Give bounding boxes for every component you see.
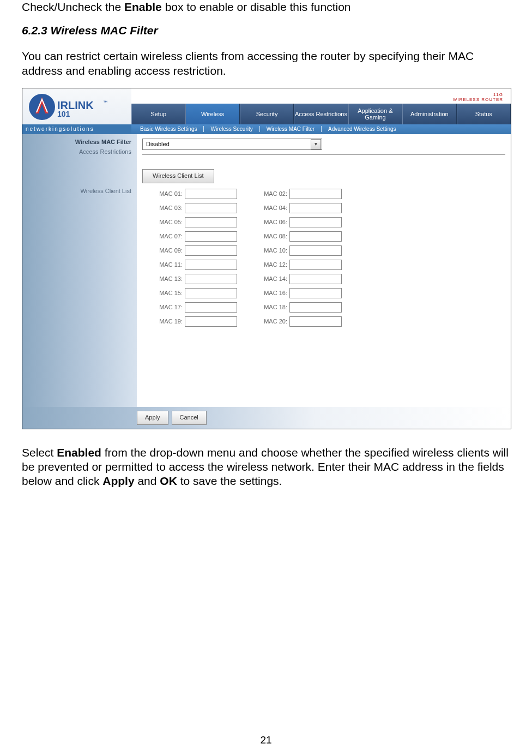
mac-grid: MAC 01:MAC 02: MAC 03:MAC 04: MAC 05:MAC…	[154, 189, 505, 327]
router-body: Wireless MAC Filter Access Restrictions …	[22, 134, 511, 407]
paragraph-1: You can restrict certain wireless client…	[22, 49, 510, 78]
mac-label: MAC 06:	[259, 219, 289, 225]
mac-input-19[interactable]	[185, 316, 237, 327]
mac-input-04[interactable]	[289, 203, 342, 213]
svg-text:101: 101	[57, 110, 70, 118]
mac-input-05[interactable]	[185, 217, 237, 227]
mac-label: MAC 18:	[259, 304, 289, 310]
mac-label: MAC 10:	[259, 247, 289, 254]
dropdown-value: Disabled	[146, 141, 170, 147]
tab-wireless[interactable]: Wireless	[185, 104, 239, 124]
subtab-wireless-mac-filter[interactable]: Wireless MAC Filter	[260, 126, 322, 132]
mac-label: MAC 07:	[154, 233, 185, 239]
mac-label: MAC 08:	[259, 233, 289, 239]
mac-input-09[interactable]	[185, 245, 237, 256]
sub-tabs: Basic Wireless Settings Wireless Securit…	[131, 124, 511, 134]
main-tabs: Setup Wireless Security Access Restricti…	[131, 104, 511, 124]
subtab-basic-wireless[interactable]: Basic Wireless Settings	[134, 126, 204, 132]
mac-label: MAC 17:	[154, 304, 185, 310]
mac-label: MAC 20:	[259, 318, 289, 325]
mac-input-11[interactable]	[185, 260, 237, 270]
wireless-client-list-button[interactable]: Wireless Client List	[142, 169, 214, 183]
mac-label: MAC 02:	[259, 190, 289, 197]
mac-input-12[interactable]	[289, 260, 342, 270]
mac-label: MAC 15:	[154, 290, 185, 296]
subtab-advanced-wireless[interactable]: Advanced Wireless Settings	[322, 126, 403, 132]
badge-bottom: WIRELESS ROUTER	[453, 98, 503, 103]
mac-label: MAC 12:	[259, 261, 289, 268]
router-header: IRLINK ™ 101 networkingsolutions 11G WIR…	[22, 88, 511, 134]
section-heading: 6.2.3 Wireless MAC Filter	[22, 24, 510, 37]
mac-label: MAC 01:	[154, 190, 185, 197]
brand-subtitle: networkingsolutions	[22, 124, 131, 134]
mac-input-16[interactable]	[289, 288, 342, 298]
intro-bold: Enable	[124, 1, 162, 13]
intro-suffix: box to enable or disable this function	[162, 1, 351, 13]
mac-label: MAC 16:	[259, 290, 289, 296]
mac-input-01[interactable]	[185, 189, 237, 199]
p2-b1: Enabled	[57, 446, 101, 459]
router-footer: Apply Cancel	[22, 407, 511, 429]
svg-text:™: ™	[103, 100, 107, 105]
brand-badge: 11G WIRELESS ROUTER	[453, 93, 503, 103]
subtab-wireless-security[interactable]: Wireless Security	[204, 126, 259, 132]
sidebar-label-wireless-client-list: Wireless Client List	[22, 188, 131, 194]
p2-suf: to save the settings.	[177, 475, 282, 487]
mac-input-02[interactable]	[289, 189, 342, 199]
divider	[142, 154, 505, 155]
mac-label: MAC 09:	[154, 247, 185, 254]
mac-input-13[interactable]	[185, 274, 237, 284]
mac-label: MAC 19:	[154, 318, 185, 325]
p2-pre: Select	[22, 446, 57, 459]
mac-input-18[interactable]	[289, 302, 342, 313]
tab-security[interactable]: Security	[240, 104, 294, 124]
tab-administration[interactable]: Administration	[402, 104, 456, 124]
sidebar-title: Wireless MAC Filter	[22, 139, 131, 145]
header-right: 11G WIRELESS ROUTER Setup Wireless Secur…	[131, 88, 511, 134]
intro-line: Check/Uncheck the Enable box to enable o…	[22, 0, 510, 14]
mac-input-03[interactable]	[185, 203, 237, 213]
mac-label: MAC 13:	[154, 275, 185, 282]
tab-application-gaming[interactable]: Application & Gaming	[348, 104, 402, 124]
access-restriction-dropdown[interactable]: Disabled ▼	[142, 139, 322, 150]
mac-label: MAC 05:	[154, 219, 185, 225]
mac-input-20[interactable]	[289, 316, 342, 327]
intro-prefix: Check/Uncheck the	[22, 1, 124, 13]
apply-button[interactable]: Apply	[137, 411, 168, 425]
mac-input-07[interactable]	[185, 231, 237, 242]
router-screenshot: IRLINK ™ 101 networkingsolutions 11G WIR…	[22, 88, 511, 429]
chevron-down-icon[interactable]: ▼	[311, 139, 321, 149]
main-panel: Disabled ▼ Wireless Client List MAC 01:M…	[137, 134, 511, 407]
p2-b2: Apply	[102, 475, 134, 487]
tab-status[interactable]: Status	[457, 104, 511, 124]
sidebar: Wireless MAC Filter Access Restrictions …	[22, 134, 137, 407]
logo-area: IRLINK ™ 101 networkingsolutions	[22, 88, 131, 134]
mac-input-10[interactable]	[289, 245, 342, 256]
page-number: 21	[0, 734, 532, 746]
mac-input-08[interactable]	[289, 231, 342, 242]
sidebar-label-access-restrictions: Access Restrictions	[22, 148, 131, 155]
mac-input-06[interactable]	[289, 217, 342, 227]
mac-label: MAC 04:	[259, 205, 289, 211]
cancel-button[interactable]: Cancel	[172, 411, 207, 425]
mac-input-17[interactable]	[185, 302, 237, 313]
mac-label: MAC 03:	[154, 205, 185, 211]
mac-input-14[interactable]	[289, 274, 342, 284]
tab-access-restrictions[interactable]: Access Restrictions	[294, 104, 348, 124]
p2-mid2: and	[135, 475, 160, 487]
p2-b3: OK	[160, 475, 177, 487]
tab-setup[interactable]: Setup	[131, 104, 185, 124]
airlink-logo: IRLINK ™ 101	[27, 92, 114, 122]
mac-label: MAC 14:	[259, 275, 289, 282]
mac-label: MAC 11:	[154, 261, 185, 268]
mac-input-15[interactable]	[185, 288, 237, 298]
paragraph-2: Select Enabled from the drop-down menu a…	[22, 446, 510, 489]
